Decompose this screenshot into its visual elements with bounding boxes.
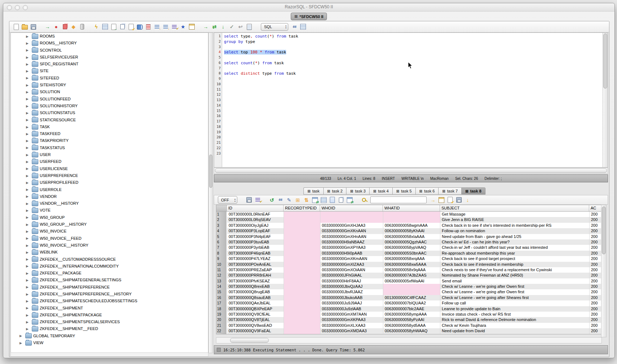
table-cell[interactable] [284, 256, 320, 261]
table-cell[interactable] [284, 289, 320, 295]
tree-item-zkfedex-shipment[interactable]: ▶ZKFEDEX__SHIPMENT [11, 305, 208, 312]
save-results-icon[interactable] [245, 196, 253, 204]
code-line[interactable] [224, 98, 603, 103]
table-cell[interactable]: 0033000000GmXHJAA3 [320, 223, 383, 228]
sql-mode-select-stepper-icon[interactable]: ▲▼ [285, 25, 287, 29]
table-cell[interactable]: 00630000007blc2AAE [383, 306, 440, 312]
table-cell[interactable]: Check w/ Leanne - we're going after Owen… [440, 289, 590, 295]
code-line[interactable] [224, 140, 603, 146]
import-data-icon[interactable] [118, 23, 126, 31]
table-cell[interactable]: 00T3000000P3tuvEAB [227, 239, 284, 245]
code-line[interactable] [224, 146, 603, 151]
code-line[interactable] [224, 77, 603, 82]
code-line[interactable] [224, 125, 603, 130]
disclosure-triangle-icon[interactable]: ▶ [26, 42, 29, 45]
new-file-icon[interactable] [12, 23, 20, 31]
table-cell[interactable] [284, 234, 320, 239]
disclosure-triangle-icon[interactable]: ▶ [26, 313, 29, 317]
table-cell[interactable] [284, 300, 320, 306]
table-cell[interactable]: Get Massage [440, 212, 590, 217]
table-cell[interactable]: Follow-up on nomination [440, 228, 590, 234]
table-cell[interactable]: 0033000000JbukoAAB [320, 295, 383, 300]
table-cell[interactable] [284, 239, 320, 245]
table-cell[interactable]: Re-approach about membership this year [440, 251, 590, 256]
grid-horizontal-scrollbar[interactable] [216, 337, 602, 343]
tree-item-taskpriority[interactable]: ▶TASKPRIORITY [11, 137, 208, 144]
table-cell[interactable]: 00T3000000PREZaEAP [227, 267, 284, 273]
tree-item-solutionfeed[interactable]: ▶SOLUTIONFEED [11, 96, 208, 103]
table-cell[interactable]: Check back to see if interested in membe… [440, 262, 590, 267]
table-cell[interactable]: Check w/ Leanne - we're going after Owen… [440, 284, 590, 289]
code-line[interactable] [224, 103, 603, 109]
tab-close-icon[interactable]: ⊠ [396, 189, 399, 193]
table-cell[interactable]: 0033000000H9aNBAAZ [320, 239, 383, 245]
disclosure-triangle-icon[interactable]: ▶ [26, 327, 29, 331]
table-cell[interactable]: 00T3000000Q8sauEAB [227, 295, 284, 300]
table-cell[interactable]: 00T3000000Q8rexEAB [227, 284, 284, 289]
table-row[interactable]: 1300T3000000PfvKSEAZ0033000000HirF8AAJ00… [216, 278, 601, 284]
tree-item-taskfeed[interactable]: ▶TASKFEED [11, 130, 208, 137]
tree-item-vendor[interactable]: ▶VENDOR [11, 193, 208, 200]
table-cell[interactable]: 0033000000GmXM7AAN [320, 312, 383, 317]
table-row[interactable]: 700T3000000P3yrbEAB0033000000GmXPYAA3006… [216, 245, 601, 250]
table-cell[interactable]: 00630000005xfWaAAI [383, 278, 440, 284]
row-number-header[interactable] [216, 205, 227, 211]
table-cell[interactable]: 0033000000GmXKPAA3 [320, 317, 383, 322]
editor-vertical-scrollbar[interactable] [603, 33, 608, 167]
disclosure-triangle-icon[interactable]: ▶ [26, 320, 29, 324]
table-cell[interactable]: 00T3000000OiyJgEAJ [227, 223, 284, 228]
tree-item-zkfedex-shipmategeneralsettings[interactable]: ▶ZKFEDEX__SHIPMATEGENERALSETTINGS [11, 277, 208, 283]
column-header-id[interactable]: ID [227, 205, 284, 211]
tree-item-rooms[interactable]: ▶ROOMS [11, 33, 208, 40]
execute-all-icon[interactable]: ⇄ [211, 23, 218, 31]
table-cell[interactable]: 00T3000000POeAnEAL [227, 262, 284, 267]
column-header-recordtypeid[interactable]: RECORDTYPEID [284, 205, 320, 211]
table-cell[interactable] [284, 217, 320, 222]
table-cell[interactable]: 0033000000GmXHnAAN [320, 234, 383, 239]
column-header-whatid[interactable]: WHATID [383, 205, 440, 211]
table-cell[interactable]: 00630000005S0bnAAC [383, 251, 440, 256]
tree-item-zkfedex-shipmatepreference[interactable]: ▶ZKFEDEX__SHIPMATEPREFERENCE [11, 284, 208, 291]
tree-item-solution[interactable]: ▶SOLUTION [11, 88, 208, 95]
tree-item-userprofilefeed[interactable]: ▶USERPROFILEFEED [11, 179, 208, 186]
table-cell[interactable]: Need update from Bain - gave go ahead 1/… [440, 234, 590, 239]
table-cell[interactable]: Leanne to provide update to Bain [440, 306, 590, 312]
disclosure-triangle-icon[interactable]: ▶ [20, 334, 22, 338]
align-lines-icon[interactable] [162, 23, 169, 31]
code-line[interactable] [224, 119, 603, 125]
export-data-icon[interactable] [110, 23, 117, 31]
table-cell[interactable]: 0033000000JFhGlAAL [320, 273, 383, 278]
create-object-icon[interactable]: ◆ [70, 23, 77, 31]
table-row[interactable]: 400T3000000P3LopEAF0033000000GmXKnAAN006… [216, 228, 601, 234]
disclosure-triangle-icon[interactable]: ▶ [26, 257, 29, 261]
database-object-tree[interactable]: ▶ROOMS▶ROOMS__HISTORY▶SCONTROL▶SELFSERVI… [10, 32, 208, 353]
disclosure-triangle-icon[interactable]: ▶ [26, 278, 29, 282]
table-cell[interactable] [284, 228, 320, 234]
table-cell[interactable]: Invoice status check - check w/ RS first [440, 312, 590, 317]
table-cell[interactable]: 00T3000000QV8TjEAL [227, 317, 284, 322]
goto-arrow-icon[interactable]: → [429, 196, 437, 204]
disclosure-triangle-icon[interactable]: ▶ [26, 111, 29, 115]
disclosure-triangle-icon[interactable]: ▶ [26, 216, 29, 219]
table-cell[interactable]: Check nexis to see if they've found a re… [440, 267, 590, 273]
scrollbar-thumb[interactable] [209, 155, 212, 188]
code-line[interactable] [224, 55, 603, 61]
copy-results-icon[interactable] [337, 196, 345, 204]
editor-horizontal-scrollbar[interactable] [214, 168, 608, 174]
column-header-subject[interactable]: SUBJECT [440, 205, 589, 211]
tab-close-icon[interactable]: ⊠ [465, 189, 468, 193]
table-cell[interactable]: Check w/ Kevin Tsujihara [440, 323, 590, 328]
table-cell[interactable]: Give Jenn a BIG RAISE [440, 217, 590, 222]
code-line[interactable] [224, 45, 603, 50]
disclosure-triangle-icon[interactable]: ▶ [26, 230, 29, 233]
result-tab-task-3[interactable]: ⊠task 3 [346, 187, 369, 195]
clipboard-icon[interactable] [245, 23, 253, 31]
table-cell[interactable]: 00630000005QgzhAAC [383, 239, 440, 245]
sort-results-icon[interactable] [254, 196, 262, 204]
scrollbar-thumb[interactable] [603, 34, 607, 88]
tab-close-icon[interactable]: ⊠ [294, 14, 298, 19]
disclosure-triangle-icon[interactable]: ▶ [26, 223, 29, 226]
table-cell[interactable] [284, 223, 320, 228]
tree-item-solutionstatus[interactable]: ▶SOLUTIONSTATUS [11, 109, 208, 116]
disclosure-triangle-icon[interactable]: ▶ [26, 251, 29, 254]
